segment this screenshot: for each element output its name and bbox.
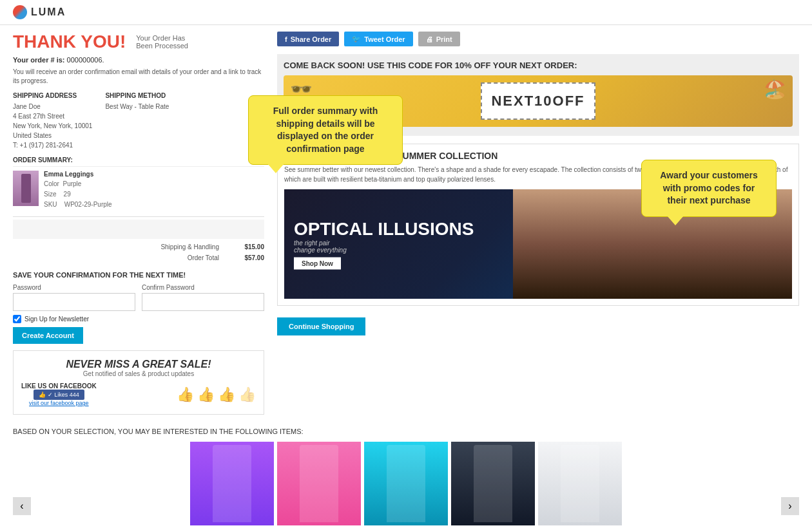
product-figure [561,445,599,522]
newsletter-row: Sign Up for Newsletter [13,315,264,323]
password-group: Password [13,284,135,311]
order-summary-title: ORDER SUMMARY: [13,156,264,164]
order-summary-tooltip: Full order summary with shipping details… [248,95,403,165]
product-card-image [538,442,622,525]
thumb-icon-2: 👍 [197,386,215,403]
product-card: SYBIL RUNNING SHORT$44.00Add to Cart♥ Wi… [190,442,274,528]
thumb-icon-1: 👍 [177,386,194,403]
promo-code-text: NEXT10OFF [491,93,585,109]
product-figure [300,445,338,522]
visit-facebook-link[interactable]: visit our facebook page [21,400,97,406]
confirm-password-group: Confirm Password [142,284,264,311]
logo-text: LUMA [31,6,66,18]
print-button[interactable]: 🖨 Print [418,32,460,46]
thank-you-heading: THANK YOU! [13,32,126,52]
shipping-method-block: SHIPPING METHOD Best Way - Table Rate [105,92,169,150]
social-buttons: f Share Order 🐦 Tweet Order 🖨 Print [277,32,799,46]
prev-arrow-button[interactable]: ‹ [13,497,31,515]
next-arrow-button[interactable]: › [781,497,799,515]
product-image-inner [21,174,31,203]
tweet-order-button[interactable]: 🐦 Tweet Order [344,32,412,46]
create-account-button[interactable]: Create Account [13,327,83,344]
continue-shopping-button[interactable]: Continue Shopping [277,317,365,335]
product-figure [213,445,251,522]
optical-text-overlay: OPTICAL ILLUSIONS the right pair change … [294,219,474,270]
product-card-image [364,442,448,525]
promo-code-display: NEXT10OFF [481,82,595,120]
promo-decor-right: 🏖️ [764,79,786,100]
shipping-handling-row: Shipping & Handling $15.00 [13,241,264,252]
related-section: BASED ON YOUR SELECTION, YOU MAY BE INTE… [0,421,812,528]
confirm-password-input[interactable] [142,293,264,311]
facebook-icon: f [285,35,287,43]
product-row: Emma Leggings Color Purple Size 29 SKU W… [13,166,264,214]
product-details: Emma Leggings Color Purple Size 29 SKU W… [44,171,112,210]
header: LUMA [0,0,812,25]
totals-section: Shipping & Handling $15.00 Order Total $… [13,216,264,263]
product-card: TIFFANY FITNESS TEE$28.00Add to Cart♥ Wi… [364,442,448,528]
shipping-address-details: Jane Doe 4 East 27th Street New York, Ne… [13,102,92,150]
facebook-banner: NEVER MISS A GREAT SALE! Get notified of… [13,350,264,415]
print-icon: 🖨 [426,35,433,43]
shipping-row: SHIPPING ADDRESS Jane Doe 4 East 27th St… [13,92,264,150]
left-column: THANK YOU! Your Order Has Been Processed… [13,32,264,415]
order-email-note: You will receive an order confirmation e… [13,68,264,86]
promo-tooltip: Award your customers with promo codes fo… [641,160,777,217]
shop-now-button[interactable]: Shop Now [294,258,341,270]
tooltip-arrow [268,164,284,173]
thumb-icon-3: 👍 [218,386,235,403]
password-form-row: Password Confirm Password [13,284,264,311]
password-input[interactable] [13,293,135,311]
products-row: ‹ SYBIL RUNNING SHORT$44.00Add to Cart♥ … [13,442,799,528]
logo-icon [13,5,27,19]
right-column: f Share Order 🐦 Tweet Order 🖨 Print COME… [277,32,799,415]
product-image [13,171,39,206]
twitter-icon: 🐦 [352,35,361,43]
share-order-button[interactable]: f Share Order [277,32,339,46]
save-section: SAVE YOUR CONFIRMATION FOR THE NEXT TIME… [13,271,264,344]
fb-like-row: LIKE US ON FACEBOOK 👍 ✓ Likes 444 visit … [21,382,256,406]
fb-thumbs-decoration: 👍 👍 👍 👍 [177,386,256,403]
product-card-image [190,442,274,525]
logo: LUMA [13,5,66,19]
order-number: Your order # is: 000000006. [13,56,264,64]
product-card-image [277,442,361,525]
products-grid: SYBIL RUNNING SHORT$44.00Add to Cart♥ Wi… [31,442,781,528]
thumbs-up-icon: 👍 [39,391,46,398]
thumb-icon-4: 👍 [238,386,256,403]
product-card: DESIREE FITNESS TEE$24.00Add to Cart♥ Wi… [451,442,535,528]
main-content: THANK YOU! Your Order Has Been Processed… [0,25,812,421]
tooltip-arrow-2 [668,216,683,225]
product-figure [387,445,425,522]
product-card: KARISSA V-NECK TEE$32.00Add to Cart♥ Wis… [277,442,361,528]
order-total-row: Order Total $57.00 [13,252,264,263]
newsletter-checkbox[interactable] [13,315,21,323]
product-card-image [451,442,535,525]
shipping-address-block: SHIPPING ADDRESS Jane Doe 4 East 27th St… [13,92,92,150]
like-button[interactable]: 👍 ✓ Likes 444 [34,390,84,400]
product-figure [474,445,512,522]
product-card: BREATHE-EASY TANK$34.00Add to Cart♥ Wish… [538,442,622,528]
order-processed: Your Order Has Been Processed [136,32,188,50]
